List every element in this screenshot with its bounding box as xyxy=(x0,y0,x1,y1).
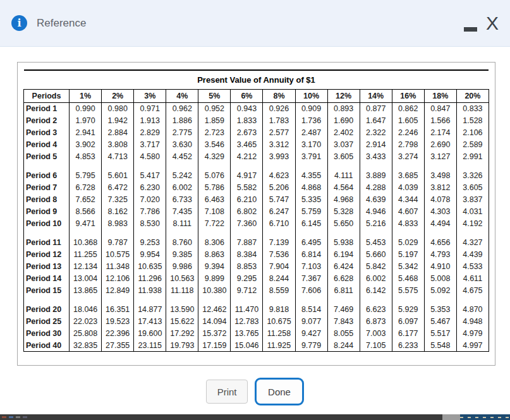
value-cell: 5.747 xyxy=(263,194,295,206)
table-row: Period 1513.86512.84911.93811.11810.3809… xyxy=(24,285,489,297)
period-label: Period 10 xyxy=(24,218,70,230)
column-header: 2% xyxy=(102,90,134,103)
value-cell: 4.611 xyxy=(456,273,489,285)
close-icon[interactable]: X xyxy=(486,14,499,33)
value-cell: 10.635 xyxy=(134,261,166,273)
value-cell: 4.494 xyxy=(424,218,456,230)
column-header: 6% xyxy=(231,90,263,103)
value-cell: 5.650 xyxy=(327,218,360,230)
value-cell: 2.106 xyxy=(456,127,489,139)
value-cell: 6.728 xyxy=(70,182,102,194)
value-cell: 5.548 xyxy=(424,340,456,352)
value-cell: 5.453 xyxy=(360,237,392,249)
value-cell: 6.472 xyxy=(102,182,134,194)
value-cell: 4.870 xyxy=(456,304,489,316)
value-cell: 9.385 xyxy=(166,249,198,261)
value-cell: 5.468 xyxy=(392,273,424,285)
dialog-title: Reference xyxy=(37,17,86,30)
value-cell: 1.833 xyxy=(231,115,263,127)
value-cell: 11.118 xyxy=(166,285,198,297)
value-cell: 5.092 xyxy=(424,285,456,297)
value-cell: 0.877 xyxy=(360,103,392,115)
value-cell: 4.910 xyxy=(424,261,456,273)
value-cell: 12.134 xyxy=(70,261,102,273)
value-cell: 7.652 xyxy=(70,194,102,206)
value-cell: 5.759 xyxy=(295,206,327,218)
value-cell: 6.733 xyxy=(166,194,198,206)
table-row: Period 98.5668.1627.7867.4357.1086.8026.… xyxy=(24,206,489,218)
value-cell: 7.722 xyxy=(198,218,231,230)
column-header: 16% xyxy=(392,90,424,103)
table-row: Period 2522.02319.52317.41315.62214.0941… xyxy=(24,316,489,328)
table-row: Period 2018.04616.35114.87713.59012.4621… xyxy=(24,304,489,316)
value-cell: 4.607 xyxy=(392,206,424,218)
value-cell: 17.413 xyxy=(134,316,166,328)
period-label: Period 5 xyxy=(24,151,70,163)
minimize-button[interactable] xyxy=(464,15,477,32)
period-label: Period 4 xyxy=(24,139,70,151)
value-cell: 22.023 xyxy=(70,316,102,328)
value-cell: 19.793 xyxy=(166,340,198,352)
table-row: Period 21.9701.9421.9131.8861.8591.8331.… xyxy=(24,115,489,127)
value-cell: 6.210 xyxy=(231,194,263,206)
value-cell: 2.589 xyxy=(456,139,489,151)
value-cell: 3.465 xyxy=(231,139,263,151)
group-spacer-row xyxy=(24,297,489,304)
value-cell: 5.842 xyxy=(360,261,392,273)
value-cell: 6.495 xyxy=(295,237,327,249)
value-cell: 0.862 xyxy=(392,103,424,115)
value-cell: 3.902 xyxy=(70,139,102,151)
value-cell: 5.582 xyxy=(231,182,263,194)
value-cell: 3.433 xyxy=(360,151,392,163)
column-header: 12% xyxy=(327,90,360,103)
value-cell: 7.103 xyxy=(295,261,327,273)
value-cell: 5.575 xyxy=(392,285,424,297)
background-window-gray-segment xyxy=(442,414,460,420)
value-cell: 0.952 xyxy=(198,103,231,115)
info-icon: i xyxy=(11,15,27,31)
value-cell: 4.327 xyxy=(456,237,489,249)
value-cell: 1.690 xyxy=(327,115,360,127)
value-cell: 4.948 xyxy=(456,316,489,328)
annuity-table: Periods1%2%3%4%5%6%8%10%12%14%16%18%20%P… xyxy=(23,89,489,352)
value-cell: 7.360 xyxy=(231,218,263,230)
value-cell: 5.929 xyxy=(392,304,424,316)
value-cell: 0.962 xyxy=(166,103,198,115)
reference-table-card: Present Value of Annuity of $1 Periods1%… xyxy=(17,62,495,366)
value-cell: 8.983 xyxy=(102,218,134,230)
value-cell: 8.384 xyxy=(231,249,263,261)
value-cell: 0.847 xyxy=(424,103,456,115)
value-cell: 7.435 xyxy=(166,206,198,218)
top-rule xyxy=(24,69,489,71)
value-cell: 5.601 xyxy=(102,170,134,182)
value-cell: 5.206 xyxy=(263,182,295,194)
value-cell: 4.833 xyxy=(392,218,424,230)
value-cell: 5.938 xyxy=(327,237,360,249)
value-cell: 7.786 xyxy=(134,206,166,218)
value-cell: 9.779 xyxy=(295,340,327,352)
value-cell: 5.417 xyxy=(134,170,166,182)
table-row: Period 65.7955.6015.4175.2425.0764.9174.… xyxy=(24,170,489,182)
value-cell: 6.710 xyxy=(263,218,295,230)
value-cell: 4.452 xyxy=(166,151,198,163)
value-cell: 6.814 xyxy=(295,249,327,261)
value-cell: 2.723 xyxy=(198,127,231,139)
value-cell: 6.802 xyxy=(231,206,263,218)
value-cell: 5.342 xyxy=(392,261,424,273)
value-cell: 14.094 xyxy=(198,316,231,328)
done-button[interactable]: Done xyxy=(255,378,304,405)
value-cell: 7.887 xyxy=(231,237,263,249)
value-cell: 13.865 xyxy=(70,285,102,297)
print-button[interactable]: Print xyxy=(206,380,248,404)
column-header: 18% xyxy=(424,90,456,103)
period-label: Period 7 xyxy=(24,182,70,194)
value-cell: 9.899 xyxy=(198,273,231,285)
value-cell: 11.938 xyxy=(134,285,166,297)
background-window-blue-segment xyxy=(460,414,510,420)
period-label: Period 40 xyxy=(24,340,70,352)
value-cell: 3.630 xyxy=(166,139,198,151)
value-cell: 8.566 xyxy=(70,206,102,218)
value-cell: 3.605 xyxy=(327,151,360,163)
period-label: Period 15 xyxy=(24,285,70,297)
value-cell: 7.606 xyxy=(295,285,327,297)
